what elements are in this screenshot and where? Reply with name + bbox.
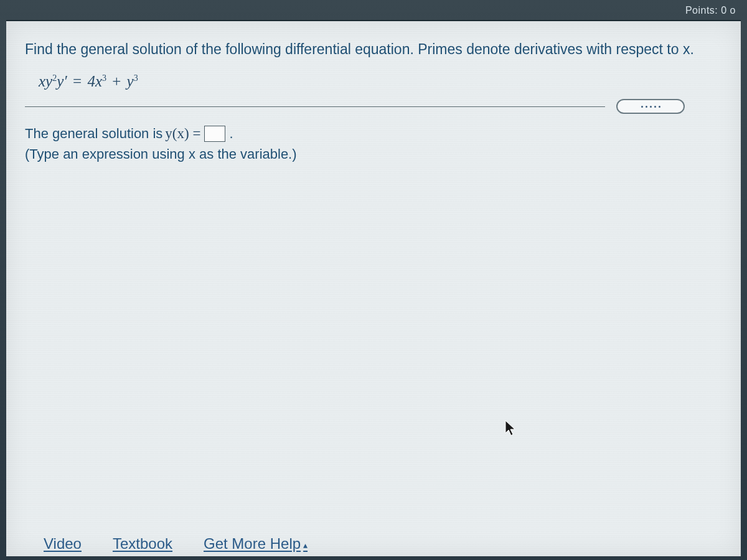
textbook-link[interactable]: Textbook: [113, 535, 172, 553]
dot-icon: [646, 106, 647, 108]
caret-up-icon: ▴: [303, 540, 308, 550]
solution-line: The general solution is y(x) = .: [25, 124, 722, 144]
question-prompt: Find the general solution of the followi…: [25, 40, 722, 59]
points-label: Points: 0 o: [685, 5, 736, 16]
expand-pill-button[interactable]: [616, 99, 685, 114]
answer-input[interactable]: [204, 126, 225, 142]
eq-rhs-4x: 4x: [87, 73, 102, 90]
section-divider-row: [25, 99, 722, 114]
solution-func: y(x) =: [165, 124, 200, 144]
differential-equation: xy2y′ = 4x3 + y3: [39, 73, 722, 90]
help-links-bar: Video Textbook Get More Help▴: [44, 535, 308, 553]
eq-lhs-yprime: y′: [57, 73, 67, 90]
dot-icon: [659, 106, 660, 108]
solution-lead: The general solution is: [25, 124, 162, 144]
divider-line: [25, 106, 605, 107]
eq-exp-3b: 3: [134, 73, 138, 83]
dot-icon: [650, 106, 652, 108]
dot-icon: [654, 106, 656, 108]
input-hint: (Type an expression using x as the varia…: [25, 146, 722, 162]
eq-equals: =: [69, 73, 86, 90]
eq-plus: +: [108, 73, 125, 90]
get-more-help-link[interactable]: Get More Help▴: [204, 535, 308, 553]
points-header: Points: 0 o: [6, 5, 741, 16]
dot-icon: [641, 106, 643, 108]
eq-rhs-y: y: [127, 73, 134, 90]
mouse-cursor-icon: [504, 419, 518, 437]
question-panel: Find the general solution of the followi…: [6, 21, 741, 556]
solution-trail: .: [229, 124, 233, 144]
eq-lhs-xy: xy: [39, 73, 52, 90]
video-link[interactable]: Video: [44, 535, 82, 553]
get-more-help-label: Get More Help: [204, 535, 301, 552]
eq-exp-3a: 3: [102, 73, 106, 83]
